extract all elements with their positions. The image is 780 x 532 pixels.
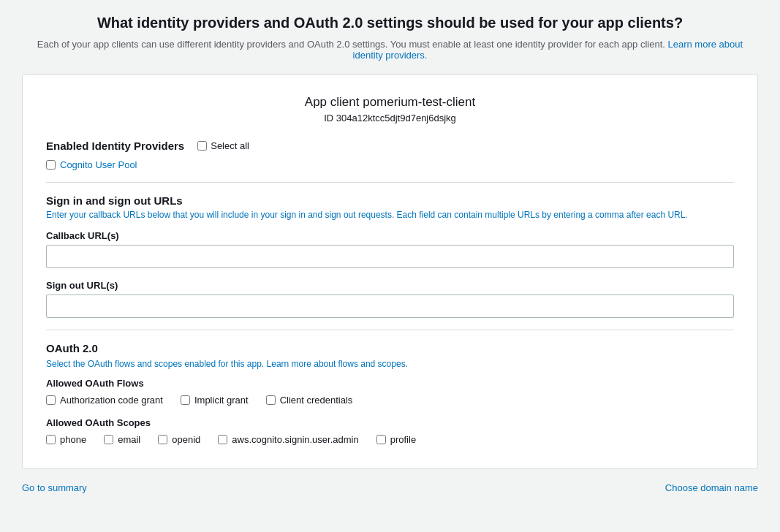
email-label[interactable]: email xyxy=(118,434,140,445)
select-all-text: Select all xyxy=(211,140,249,151)
openid-label[interactable]: openid xyxy=(172,434,200,445)
id-value: 304a12ktcc5djt9d7enj6dsjkg xyxy=(336,113,456,123)
callback-url-input[interactable] xyxy=(46,245,734,268)
list-item: profile xyxy=(376,434,416,445)
phone-checkbox[interactable] xyxy=(46,435,56,444)
oauth-section-label: OAuth 2.0 xyxy=(46,342,734,354)
scopes-list: phone email openid aws.cognito.signin.us… xyxy=(46,434,734,445)
divider-1 xyxy=(46,182,734,183)
go-to-summary-link[interactable]: Go to summary xyxy=(22,482,87,493)
callback-url-group: Callback URL(s) xyxy=(46,230,734,268)
openid-checkbox[interactable] xyxy=(158,435,167,444)
list-item: email xyxy=(104,434,140,445)
select-all-label[interactable]: Select all xyxy=(197,140,249,151)
list-item: Authorization code grant xyxy=(46,395,163,406)
signout-url-input[interactable] xyxy=(46,294,734,318)
oauth-description: Select the OAuth flows and scopes enable… xyxy=(46,359,734,369)
app-client-title: App client pomerium-test-client xyxy=(46,95,734,110)
list-item: Client credentials xyxy=(266,395,353,406)
flows-label: Allowed OAuth Flows xyxy=(46,378,734,389)
implicit-checkbox[interactable] xyxy=(181,395,190,405)
list-item: aws.cognito.signin.user.admin xyxy=(218,434,358,445)
signout-url-label: Sign out URL(s) xyxy=(46,280,734,291)
identity-providers-list: Cognito User Pool xyxy=(46,159,734,170)
choose-domain-link[interactable]: Choose domain name xyxy=(665,482,758,493)
footer: Go to summary Choose domain name xyxy=(22,469,758,493)
callback-url-label: Callback URL(s) xyxy=(46,230,734,241)
flows-list: Authorization code grant Implicit grant … xyxy=(46,395,734,406)
identity-providers-header: Enabled Identity Providers Select all xyxy=(46,140,734,152)
list-item: Cognito User Pool xyxy=(46,159,137,170)
sign-in-out-description: Enter your callback URLs below that you … xyxy=(46,210,734,220)
auth-code-checkbox[interactable] xyxy=(46,395,56,405)
scopes-label: Allowed OAuth Scopes xyxy=(46,417,734,428)
app-client-id: ID 304a12ktcc5djt9d7enj6dsjkg xyxy=(46,113,734,123)
id-label: ID xyxy=(324,113,333,123)
page-wrapper: What identity providers and OAuth 2.0 se… xyxy=(0,0,780,508)
aws-cognito-checkbox[interactable] xyxy=(218,435,227,444)
cognito-checkbox[interactable] xyxy=(46,160,56,170)
email-checkbox[interactable] xyxy=(104,435,113,444)
profile-checkbox[interactable] xyxy=(376,435,386,444)
client-creds-checkbox[interactable] xyxy=(266,395,276,405)
implicit-label[interactable]: Implicit grant xyxy=(194,395,249,406)
list-item: openid xyxy=(158,434,200,445)
cognito-label[interactable]: Cognito User Pool xyxy=(60,159,137,170)
divider-2 xyxy=(46,330,734,330)
page-subtitle: Each of your app clients can use differe… xyxy=(22,39,758,61)
oauth-desc-text: Select the OAuth flows and scopes enable… xyxy=(46,359,264,369)
phone-label[interactable]: phone xyxy=(60,434,86,445)
profile-label[interactable]: profile xyxy=(390,434,416,445)
aws-cognito-label[interactable]: aws.cognito.signin.user.admin xyxy=(232,434,358,445)
signout-url-group: Sign out URL(s) xyxy=(46,280,734,318)
auth-code-label[interactable]: Authorization code grant xyxy=(60,395,163,406)
main-card: App client pomerium-test-client ID 304a1… xyxy=(22,74,758,469)
subtitle-text: Each of your app clients can use differe… xyxy=(37,39,665,50)
client-creds-label[interactable]: Client credentials xyxy=(280,395,353,406)
page-title: What identity providers and OAuth 2.0 se… xyxy=(22,15,758,31)
oauth-desc-link[interactable]: Learn more about flows and scopes. xyxy=(267,359,408,369)
identity-providers-label: Enabled Identity Providers xyxy=(46,140,184,152)
list-item: Implicit grant xyxy=(181,395,249,406)
list-item: phone xyxy=(46,434,86,445)
sign-in-out-label: Sign in and sign out URLs xyxy=(46,194,734,207)
select-all-checkbox[interactable] xyxy=(197,141,207,151)
